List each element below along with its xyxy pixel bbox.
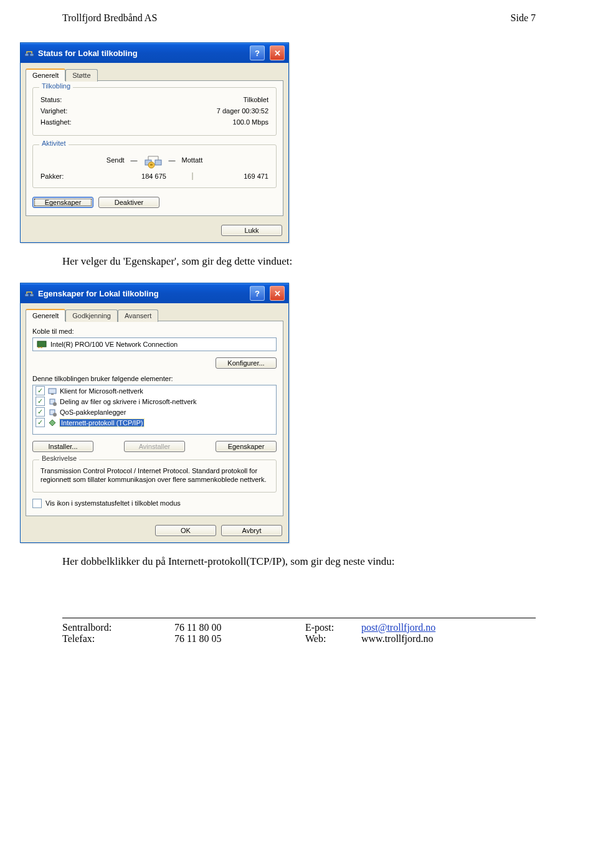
- status-tabs: Generelt Støtte: [21, 63, 288, 80]
- fax-value: 76 11 80 05: [174, 633, 305, 644]
- properties-tabs: Generelt Godkjenning Avansert: [21, 303, 288, 321]
- client-icon: [48, 387, 57, 395]
- speed-label: Hastighet:: [40, 118, 72, 126]
- switchboard-value: 76 11 80 00: [174, 622, 305, 633]
- checkbox-icon[interactable]: ✓: [36, 397, 45, 406]
- ok-button[interactable]: OK: [155, 525, 216, 536]
- properties-dialog-titlebar[interactable]: Egenskaper for Lokal tilkobling ? ✕: [21, 283, 288, 303]
- service-icon: [48, 397, 57, 406]
- svg-point-16: [53, 413, 57, 417]
- list-item[interactable]: ✓ QoS-pakkeplanlegger: [33, 407, 276, 417]
- close-button[interactable]: ✕: [270, 286, 285, 301]
- tab-avansert[interactable]: Avansert: [118, 309, 158, 322]
- components-listbox[interactable]: ✓ Klient for Microsoft-nettverk ✓ Deling…: [32, 385, 277, 435]
- checkbox-icon[interactable]: ✓: [36, 418, 45, 427]
- svg-rect-9: [38, 347, 40, 348]
- svg-rect-7: [30, 294, 34, 296]
- configure-button[interactable]: Konfigurer...: [216, 357, 277, 369]
- help-button[interactable]: ?: [250, 286, 265, 301]
- status-dialog-title: Status for Lokal tilkobling: [38, 49, 138, 58]
- packets-sent: 184 675: [116, 172, 191, 180]
- status-dialog-titlebar[interactable]: Status for Lokal tilkobling ? ✕: [21, 43, 288, 63]
- tab-stotte[interactable]: Støtte: [65, 69, 97, 82]
- header-left: Trollfjord Bredbånd AS: [62, 12, 157, 24]
- connection-group: Tilkobling Status:Tilkoblet Varighet:7 d…: [32, 87, 277, 136]
- svg-rect-10: [40, 347, 42, 348]
- received-label: Mottatt: [182, 156, 203, 164]
- svg-rect-1: [30, 54, 34, 56]
- svg-rect-11: [49, 389, 56, 394]
- activity-group: Aktivitet Sendt — — Mottatt Pakker: 184 …: [32, 144, 277, 188]
- cancel-button[interactable]: Avbryt: [221, 525, 282, 536]
- description-group: Beskrivelse Transmission Control Protoco…: [32, 460, 277, 493]
- tab-godkjenning[interactable]: Godkjenning: [65, 309, 118, 322]
- duration-value: 7 dager 00:30:52: [217, 107, 268, 115]
- svg-point-14: [53, 402, 57, 406]
- install-button[interactable]: Installer...: [32, 441, 93, 452]
- service-icon: [48, 408, 57, 417]
- network-icon: [24, 48, 34, 58]
- fax-label: Telefax:: [62, 633, 174, 644]
- description-text: Transmission Control Protocol / Internet…: [40, 466, 268, 484]
- connection-legend: Tilkobling: [39, 82, 73, 90]
- page-header: Trollfjord Bredbånd AS Side 7: [62, 12, 536, 24]
- tab-generelt[interactable]: Generelt: [26, 68, 65, 81]
- svg-rect-5: [150, 164, 153, 166]
- network-card-icon: [37, 340, 47, 349]
- show-icon-checkbox[interactable]: [32, 499, 42, 508]
- packets-label: Pakker:: [40, 172, 116, 180]
- email-link[interactable]: post@trollfjord.no: [361, 622, 435, 633]
- adapter-name: Intel(R) PRO/100 VE Network Connection: [50, 341, 178, 348]
- list-item[interactable]: ✓ Klient for Microsoft-nettverk: [33, 385, 276, 396]
- duration-label: Varighet:: [40, 107, 67, 115]
- tab-generelt[interactable]: Generelt: [26, 309, 65, 321]
- page-footer: Sentralbord: 76 11 80 00 E-post: post@tr…: [62, 618, 536, 644]
- uninstall-button: Avinstaller: [124, 441, 185, 452]
- connect-using-label: Koble til med:: [32, 328, 277, 335]
- svg-rect-0: [25, 54, 29, 56]
- help-button[interactable]: ?: [250, 45, 265, 60]
- description-legend: Beskrivelse: [39, 455, 79, 462]
- email-label: E-post:: [305, 622, 361, 633]
- status-value: Tilkoblet: [243, 96, 268, 103]
- properties-dialog-title: Egenskaper for Lokal tilkobling: [38, 289, 159, 298]
- protocol-icon: [48, 418, 57, 427]
- status-label: Status:: [40, 96, 62, 103]
- packets-received: 169 471: [193, 172, 268, 180]
- elements-label: Denne tilkoblingen bruker følgende eleme…: [32, 375, 277, 382]
- svg-rect-12: [51, 394, 54, 395]
- switchboard-label: Sentralbord:: [62, 622, 174, 633]
- network-icon: [24, 288, 34, 298]
- network-activity-icon: [144, 151, 163, 169]
- deactivate-button[interactable]: Deaktiver: [98, 197, 159, 208]
- list-item-selected[interactable]: ✓ Internett-protokoll (TCP/IP): [33, 417, 276, 428]
- svg-rect-6: [25, 294, 29, 296]
- properties-dialog: Egenskaper for Lokal tilkobling ? ✕ Gene…: [20, 283, 289, 543]
- component-properties-button[interactable]: Egenskaper: [216, 441, 277, 452]
- checkbox-icon[interactable]: ✓: [36, 407, 45, 417]
- instruction-text-2: Her dobbelklikker du på Internett-protok…: [62, 555, 536, 568]
- adapter-field: Intel(R) PRO/100 VE Network Connection: [32, 337, 277, 351]
- web-value: www.trollfjord.no: [361, 633, 433, 644]
- svg-rect-8: [37, 341, 46, 347]
- properties-button[interactable]: Egenskaper: [32, 197, 93, 208]
- sent-label: Sendt: [107, 156, 125, 164]
- close-dialog-button[interactable]: Lukk: [221, 225, 282, 236]
- close-button[interactable]: ✕: [270, 45, 285, 60]
- web-label: Web:: [305, 633, 361, 644]
- activity-legend: Aktivitet: [39, 139, 69, 147]
- speed-value: 100.0 Mbps: [233, 118, 268, 126]
- header-right: Side 7: [511, 12, 536, 24]
- show-icon-label: Vis ikon i systemstatusfeltet i tilkoble…: [45, 499, 181, 507]
- checkbox-icon[interactable]: ✓: [36, 386, 45, 395]
- svg-rect-3: [155, 160, 161, 165]
- list-item[interactable]: ✓ Deling av filer og skrivere i Microsof…: [33, 396, 276, 407]
- status-dialog: Status for Lokal tilkobling ? ✕ Generelt…: [20, 42, 289, 243]
- instruction-text-1: Her velger du 'Egenskaper', som gir deg …: [62, 255, 536, 268]
